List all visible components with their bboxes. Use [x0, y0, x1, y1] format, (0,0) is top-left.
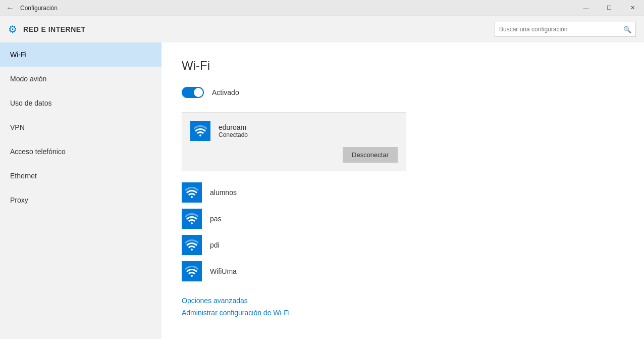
sidebar-label-proxy: Proxy — [10, 196, 28, 204]
sidebar-label-airplane: Modo avión — [10, 75, 46, 83]
sidebar: Wi-Fi Modo avión Uso de datos VPN Acceso… — [0, 42, 162, 339]
sidebar-item-wifi[interactable]: Wi-Fi — [0, 42, 162, 67]
connected-network-box: eduroam Conectado Desconectar — [182, 112, 406, 171]
back-button[interactable]: ← — [4, 4, 16, 13]
sidebar-item-proxy[interactable]: Proxy — [0, 188, 162, 212]
sidebar-label-dial-up: Acceso telefónico — [10, 148, 66, 156]
sidebar-label-data-usage: Uso de datos — [10, 99, 52, 107]
wifi-signal-icon-wifiuma — [185, 266, 198, 277]
wifi-signal-icon-pdi — [185, 239, 198, 251]
wifi-icon-pdi — [182, 235, 202, 255]
window-title: Configuración — [20, 5, 58, 12]
sidebar-item-data-usage[interactable]: Uso de datos — [0, 91, 162, 115]
network-item-pdi[interactable]: pdi — [182, 232, 624, 258]
sidebar-label-wifi: Wi-Fi — [10, 51, 27, 59]
network-item-alumnos[interactable]: alumnos — [182, 179, 624, 206]
wifi-signal-icon-alumnos — [185, 187, 198, 198]
sidebar-label-vpn: VPN — [10, 123, 25, 131]
connected-wifi-icon-box — [190, 121, 210, 141]
sidebar-item-vpn[interactable]: VPN — [0, 115, 162, 139]
network-item-wifiuma[interactable]: WifiUma — [182, 258, 624, 284]
wifi-icon-wifiuma — [182, 261, 202, 281]
connected-network-info: eduroam Conectado — [219, 123, 398, 138]
wifi-toggle-row: Activado — [182, 87, 624, 98]
connected-network-name: eduroam — [219, 123, 398, 131]
network-name-alumnos: alumnos — [210, 188, 237, 197]
sidebar-item-ethernet[interactable]: Ethernet — [0, 164, 162, 188]
wifi-signal-icon-pas — [185, 213, 198, 224]
close-button[interactable]: ✕ — [621, 0, 644, 16]
other-networks-list: alumnos pas — [182, 179, 624, 284]
search-box[interactable]: 🔍 — [495, 22, 636, 37]
window-controls: — ☐ ✕ — [574, 0, 644, 16]
sidebar-label-ethernet: Ethernet — [10, 172, 37, 180]
search-icon: 🔍 — [619, 26, 635, 33]
panel-title: Wi-Fi — [182, 59, 624, 73]
sidebar-item-airplane[interactable]: Modo avión — [0, 67, 162, 91]
toggle-thumb — [194, 88, 203, 97]
minimize-button[interactable]: — — [574, 0, 598, 16]
manage-wifi-link[interactable]: Administrar configuración de Wi-Fi — [182, 309, 624, 317]
header-left: ⚙ RED E INTERNET — [8, 23, 86, 35]
title-bar: ← Configuración — ☐ ✕ — [0, 0, 644, 16]
wifi-icon-alumnos — [182, 182, 202, 203]
connected-network-item: eduroam Conectado — [190, 121, 398, 141]
wifi-toggle[interactable] — [182, 87, 204, 98]
network-item-pas[interactable]: pas — [182, 206, 624, 232]
disconnect-button[interactable]: Desconectar — [343, 147, 398, 163]
network-name-wifiuma: WifiUma — [210, 267, 237, 275]
main-panel: Wi-Fi Activado eduroam — [162, 42, 644, 339]
app-body: Wi-Fi Modo avión Uso de datos VPN Acceso… — [0, 42, 644, 339]
search-input[interactable] — [495, 26, 619, 33]
network-name-pas: pas — [210, 215, 222, 223]
settings-icon: ⚙ — [8, 23, 17, 35]
page-title: RED E INTERNET — [23, 25, 86, 33]
app-header: ⚙ RED E INTERNET 🔍 — [0, 16, 644, 42]
maximize-button[interactable]: ☐ — [598, 0, 621, 16]
network-name-pdi: pdi — [210, 241, 220, 249]
connected-network-status: Conectado — [219, 131, 398, 138]
advanced-options-link[interactable]: Opciones avanzadas — [182, 297, 624, 305]
toggle-label: Activado — [212, 88, 239, 96]
wifi-icon-pas — [182, 209, 202, 229]
wifi-signal-icon — [194, 125, 207, 136]
sidebar-item-dial-up[interactable]: Acceso telefónico — [0, 139, 162, 164]
